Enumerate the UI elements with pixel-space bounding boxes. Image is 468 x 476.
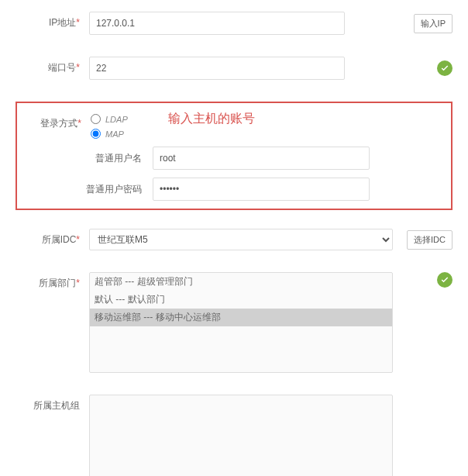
annotation-text: 输入主机的账号 (168, 111, 255, 127)
check-icon (437, 272, 453, 288)
label-username: 普通用户名 (17, 152, 153, 165)
label-port: 端口号* (15, 57, 89, 74)
list-item[interactable]: 移动运维部 --- 移动中心运维部 (90, 309, 392, 326)
row-dept: 所属部门* 超管部 --- 超级管理部门默认 --- 默认部门移动运维部 ---… (15, 272, 453, 373)
check-icon (437, 60, 453, 76)
label-hostgroup: 所属主机组 (15, 395, 89, 412)
radio-map[interactable]: MAP (91, 129, 128, 139)
select-idc[interactable]: 世纪互联M5 (89, 229, 393, 250)
input-username[interactable] (153, 147, 370, 170)
radio-ldap[interactable]: LDAP (91, 114, 128, 124)
row-ip: IP地址* 输入IP (15, 12, 453, 35)
label-dept: 所属部门* (15, 272, 89, 290)
listbox-hostgroup[interactable] (89, 395, 393, 476)
label-login-method: 登录方式* (17, 112, 91, 139)
input-ip[interactable] (89, 12, 345, 35)
row-port: 端口号* (15, 57, 453, 80)
row-idc: 所属IDC* 世纪互联M5 选择IDC (15, 229, 453, 250)
row-hostgroup: 所属主机组 (15, 395, 453, 476)
list-item[interactable]: 超管部 --- 超级管理部门 (90, 273, 392, 291)
input-port[interactable] (89, 57, 345, 80)
label-idc: 所属IDC* (15, 229, 89, 247)
button-select-idc[interactable]: 选择IDC (407, 230, 453, 250)
radio-map-input[interactable] (91, 129, 101, 139)
list-item[interactable]: 默认 --- 默认部门 (90, 291, 392, 309)
radio-ldap-input[interactable] (91, 114, 101, 124)
button-input-ip[interactable]: 输入IP (414, 14, 453, 33)
listbox-dept[interactable]: 超管部 --- 超级管理部门默认 --- 默认部门移动运维部 --- 移动中心运… (89, 272, 393, 373)
label-ip: IP地址* (15, 12, 89, 29)
input-password[interactable] (153, 178, 370, 201)
label-password: 普通用户密码 (17, 183, 153, 196)
login-method-highlight: 输入主机的账号 登录方式* LDAP MAP 普通用户名 普通用户密码 (15, 102, 453, 210)
